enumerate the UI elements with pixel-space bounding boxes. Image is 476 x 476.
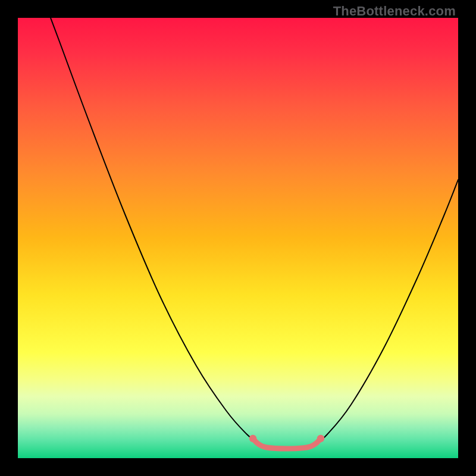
bottleneck-chart	[18, 18, 458, 458]
marker-dot	[249, 435, 256, 442]
chart-background	[18, 18, 458, 458]
watermark-text: TheBottleneck.com	[333, 4, 456, 19]
marker-dot	[317, 435, 324, 442]
chart-frame	[18, 18, 458, 458]
